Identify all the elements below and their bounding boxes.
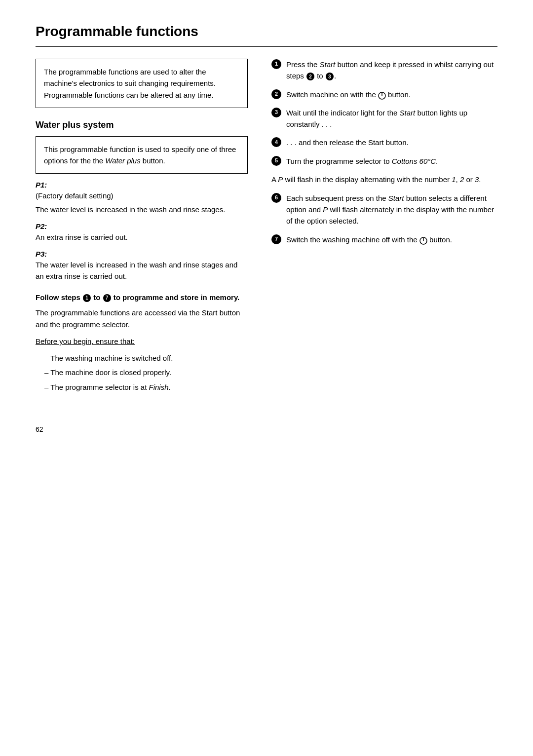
p2-label: P2: (36, 222, 248, 230)
step-num-7: 7 (271, 234, 281, 244)
p1-line1: (Factory default setting) (36, 190, 248, 201)
checklist-item-2: – The machine door is closed properly. (44, 367, 248, 378)
step-7: 7 Switch the washing machine off with th… (271, 234, 497, 245)
step-4: 4 . . . and then release the Start butto… (271, 137, 497, 148)
p2-desc: An extra rinse is carried out. (36, 231, 248, 243)
right-column: 1 Press the Start button and keep it pre… (271, 59, 497, 396)
title-divider (36, 46, 497, 47)
step-3: 3 Wait until the indicator light for the… (271, 107, 497, 130)
step-1: 1 Press the Start button and keep it pre… (271, 59, 497, 82)
step-ref-3: 3 (326, 73, 334, 80)
step-text-5: Turn the programme selector to Cottons 6… (286, 155, 497, 167)
checklist-item-3: – The programme selector is at Finish. (44, 381, 248, 393)
step-num-2: 2 (271, 89, 281, 99)
intro-box: The programmable functions are used to a… (36, 59, 248, 108)
step-text-3: Wait until the indicator light for the S… (286, 107, 497, 130)
step-2: 2 Switch machine on with the button. (271, 89, 497, 100)
step-6: 6 Each subsequent press on the Start but… (271, 192, 497, 227)
left-column: The programmable functions are used to a… (36, 59, 248, 396)
page-title: Programmable functions (36, 24, 497, 39)
power-icon-step2 (378, 91, 386, 99)
step-text-4: . . . and then release the Start button. (286, 137, 497, 148)
flash-note: A P will flash in the display alternatin… (271, 174, 497, 186)
before-you-begin: Before you begin, ensure that: (36, 336, 248, 347)
step-circle-7: 7 (103, 294, 111, 302)
power-icon-step7 (419, 236, 427, 244)
step-num-3: 3 (271, 108, 281, 117)
step-num-1: 1 (271, 59, 281, 69)
intro-text: The programmable functions are used to a… (44, 68, 216, 99)
function-box-text: This programmable function is used to sp… (44, 145, 236, 165)
step-text-6: Each subsequent press on the Start butto… (286, 192, 497, 227)
p3-label: P3: (36, 250, 248, 258)
step-num-5: 5 (271, 156, 281, 166)
p1-label: P1: (36, 181, 248, 189)
body-paragraph: The programmable functions are accessed … (36, 307, 248, 331)
function-box: This programmable function is used to sp… (36, 136, 248, 174)
step-num-4: 4 (271, 137, 281, 147)
step-text-2: Switch machine on with the button. (286, 89, 497, 100)
follow-steps-heading: Follow steps 1 to 7 to programme and sto… (36, 292, 248, 303)
p3-desc: The water level is increased in the wash… (36, 259, 248, 282)
p1-line2: The water level is increased in the wash… (36, 204, 248, 215)
step-circle-1: 1 (83, 294, 91, 302)
step-num-6: 6 (271, 193, 281, 203)
page-number: 62 (36, 425, 497, 433)
step-text-1: Press the Start button and keep it press… (286, 59, 497, 82)
step-ref-2: 2 (306, 73, 314, 80)
step-5: 5 Turn the programme selector to Cottons… (271, 155, 497, 167)
checklist-item-1: – The washing machine is switched off. (44, 352, 248, 364)
section-heading: Water plus system (36, 120, 248, 130)
step-text-7: Switch the washing machine off with the … (286, 234, 497, 245)
